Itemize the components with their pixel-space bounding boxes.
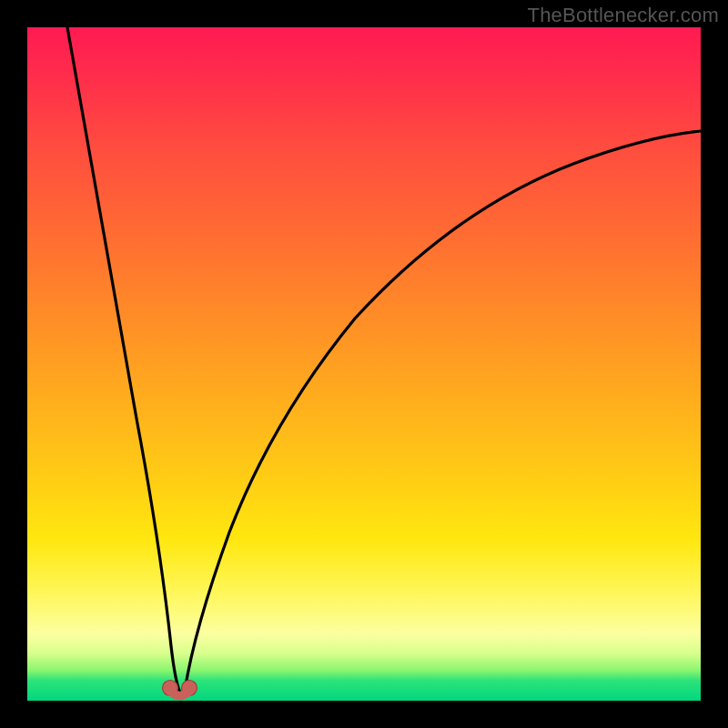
bottleneck-curve xyxy=(27,27,701,701)
curve-right-branch xyxy=(185,131,701,691)
curve-left-branch xyxy=(67,27,179,691)
marker-bridge xyxy=(170,692,189,696)
attribution-text: TheBottlenecker.com xyxy=(528,4,719,27)
chart-frame: TheBottlenecker.com xyxy=(0,0,728,728)
